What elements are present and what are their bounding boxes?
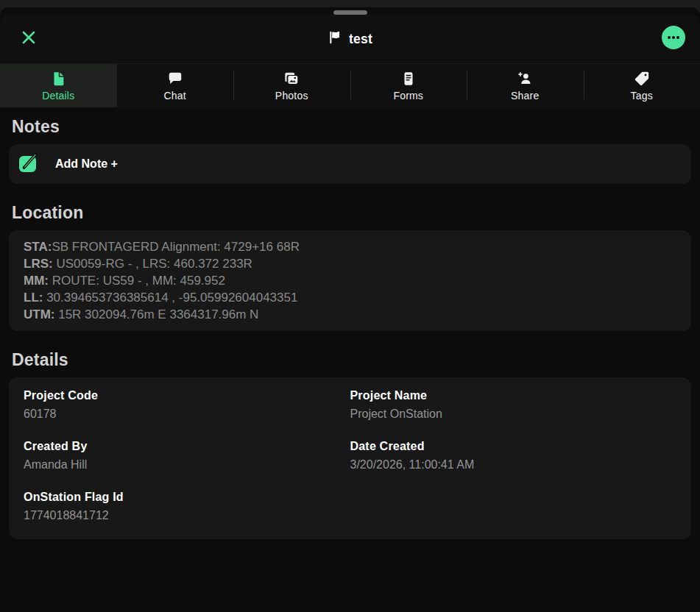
location-line-lrs: LRS: US0059-RG - , LRS: 460.372 233R [24, 255, 676, 272]
chat-bubble-icon [167, 71, 183, 87]
sheet-title-group: test [0, 15, 700, 63]
field-project-name: Project Name Project OnStation [350, 388, 677, 421]
details-panel: Notes Add Note + Location STA:SB FRONTAG… [0, 107, 700, 612]
tab-details-label: Details [42, 90, 74, 102]
tab-forms[interactable]: Forms [350, 64, 467, 107]
details-card: Project Code 60178 Project Name Project … [9, 377, 691, 539]
close-button[interactable] [19, 29, 38, 49]
tab-photos-label: Photos [275, 90, 308, 102]
flag-detail-sheet: test [0, 7, 700, 612]
app-screen: test [0, 0, 700, 612]
location-line-utm: UTM: 15R 302094.76m E 3364317.96m N [24, 306, 676, 323]
add-note-label: Add Note + [55, 157, 118, 171]
location-label: LRS: [24, 257, 53, 271]
photos-icon [283, 71, 300, 87]
tab-tags[interactable]: Tags [584, 64, 700, 107]
tab-chat[interactable]: Chat [117, 64, 234, 107]
tab-chat-label: Chat [164, 90, 186, 102]
location-value: 30.394653736385614 , -95.05992604043351 [43, 291, 297, 305]
location-card: STA:SB FRONTAGERD Alignment: 4729+16 68R… [9, 230, 691, 331]
tab-share[interactable]: Share [467, 64, 584, 107]
field-created-by: Created By Amanda Hill [24, 439, 350, 472]
field-value: Project OnStation [350, 406, 677, 421]
tab-tags-label: Tags [631, 90, 653, 102]
location-value: SB FRONTAGERD Alignment: 4729+16 68R [52, 240, 300, 254]
details-section-heading: Details [12, 350, 688, 370]
person-add-icon [517, 71, 533, 87]
more-options-button[interactable] [662, 27, 685, 51]
location-line-sta: STA:SB FRONTAGERD Alignment: 4729+16 68R [24, 238, 676, 255]
ellipsis-icon [662, 26, 685, 52]
location-label: MM: [24, 274, 49, 288]
location-line-ll: LL: 30.394653736385614 , -95.05992604043… [24, 289, 676, 306]
close-icon [21, 29, 37, 49]
forms-document-icon [400, 71, 417, 87]
page-title: test [349, 32, 372, 47]
field-project-code: Project Code 60178 [24, 388, 350, 421]
field-date-created: Date Created 3/20/2026, 11:00:41 AM [350, 439, 677, 472]
details-file-icon [50, 71, 66, 87]
tab-forms-label: Forms [393, 90, 423, 102]
tab-bar: Details Chat [0, 63, 700, 107]
field-value: 60178 [24, 406, 350, 421]
field-label: Created By [24, 439, 350, 453]
sheet-header: test [0, 15, 700, 63]
field-label: Project Name [350, 388, 677, 402]
field-onstation-flag-id: OnStation Flag Id 1774018841712 [24, 490, 350, 523]
field-value: Amanda Hill [24, 457, 350, 472]
field-label: Project Code [24, 388, 350, 402]
edit-note-icon [18, 152, 40, 177]
location-value: ROUTE: US59 - , MM: 459.952 [49, 274, 225, 288]
tag-icon [634, 71, 650, 87]
flag-icon [328, 30, 342, 48]
field-value: 3/20/2026, 11:00:41 AM [350, 457, 677, 472]
location-label: STA: [24, 240, 52, 254]
location-label: LL: [24, 291, 43, 305]
notes-section-heading: Notes [12, 117, 688, 137]
tab-details[interactable]: Details [0, 64, 117, 107]
field-value: 1774018841712 [24, 508, 350, 523]
location-value: US0059-RG - , LRS: 460.372 233R [53, 257, 252, 271]
add-note-button[interactable]: Add Note + [9, 144, 691, 184]
field-label: OnStation Flag Id [24, 490, 350, 504]
tab-share-label: Share [511, 90, 539, 102]
location-line-mm: MM: ROUTE: US59 - , MM: 459.952 [24, 272, 676, 289]
tab-photos[interactable]: Photos [233, 64, 350, 107]
location-section-heading: Location [12, 203, 688, 223]
location-value: 15R 302094.76m E 3364317.96m N [54, 307, 258, 321]
location-label: UTM: [24, 307, 54, 321]
field-label: Date Created [350, 439, 677, 453]
